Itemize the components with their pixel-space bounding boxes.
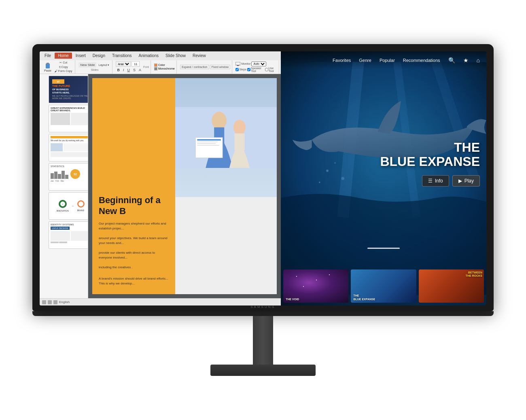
nav-favorites[interactable]: Favorites bbox=[333, 58, 351, 63]
slide-6-thumb[interactable]: IDENTITY SYSTEMS UX/UI DESIGN bbox=[49, 221, 88, 249]
slide-5-thumb[interactable]: + INNOVATION + BRAND bbox=[49, 192, 88, 220]
nav-genre[interactable]: Genre bbox=[359, 58, 371, 63]
svg-point-20 bbox=[341, 177, 345, 180]
copy-button[interactable]: ⎘ Copy bbox=[53, 65, 74, 69]
slide-1-container: 1 M7 THE FUTURE OF BUSINESS STARTS HERE.… bbox=[41, 76, 86, 103]
monitor-frame: File Home Insert Design Transitions Anim… bbox=[32, 44, 494, 311]
main-slide-title: Beginning of a New B bbox=[99, 195, 169, 216]
monitor-group: Monitor Auto Steps Speaker Tool Use Tool bbox=[234, 60, 279, 74]
nav-recommendations[interactable]: Recommendations bbox=[403, 58, 440, 63]
bold-button[interactable]: B bbox=[116, 68, 121, 72]
monitor-neck bbox=[253, 316, 273, 365]
info-button[interactable]: ☰ Info bbox=[422, 175, 449, 187]
slide-3-container: 3 We work for you by working with you. bbox=[41, 134, 86, 161]
italic-button[interactable]: I bbox=[122, 68, 125, 72]
tab-insert[interactable]: Insert bbox=[72, 53, 89, 59]
svg-rect-16 bbox=[53, 300, 57, 304]
home-icon[interactable]: ⌂ bbox=[477, 57, 480, 64]
play-triangle-icon: ▶ bbox=[458, 178, 462, 184]
star-icon[interactable]: ★ bbox=[463, 57, 469, 64]
speaker-check[interactable] bbox=[247, 68, 250, 71]
slide-3-thumb[interactable]: We work for you by working with you. bbox=[49, 134, 88, 161]
thumb-void[interactable]: THE VOID bbox=[283, 269, 348, 303]
monitor-stand bbox=[210, 365, 316, 376]
svg-rect-10 bbox=[197, 139, 221, 140]
paste-button[interactable]: Paste bbox=[43, 62, 53, 72]
main-slide: Beginning of a New B Our project manager… bbox=[92, 78, 277, 294]
slide-panel: 1 M7 THE FUTURE OF BUSINESS STARTS HERE.… bbox=[40, 74, 88, 298]
status-icon2 bbox=[48, 300, 52, 304]
slide-2-thumb[interactable]: GREAT EXPERIENCES BUILD GREAT BRANDS. bbox=[49, 105, 88, 132]
tab-review[interactable]: Review bbox=[189, 53, 209, 59]
powerpoint-panel: File Home Insert Design Transitions Anim… bbox=[40, 51, 281, 305]
new-slide-button[interactable]: New Slide bbox=[78, 62, 96, 68]
svg-rect-11 bbox=[197, 142, 218, 142]
strikethrough-button[interactable]: S bbox=[132, 68, 137, 72]
monitor-bottom-bar bbox=[32, 311, 494, 316]
svg-rect-1 bbox=[47, 63, 49, 64]
svg-point-5 bbox=[212, 112, 227, 129]
people-image bbox=[175, 78, 277, 197]
samsung-brand-label: SAMSUNG bbox=[250, 302, 275, 310]
slide-1-thumb[interactable]: M7 THE FUTURE OF BUSINESS STARTS HERE. W… bbox=[49, 76, 88, 103]
void-label: THE VOID bbox=[286, 298, 299, 301]
expand-group: Expand / contraction Fixed window bbox=[178, 60, 232, 74]
svg-point-7 bbox=[233, 120, 246, 135]
svg-rect-14 bbox=[42, 300, 46, 304]
thumbnails-row: THE VOID THEBLUE EXPANSE BETWEENTHE ROCK… bbox=[281, 267, 486, 305]
usetool-check[interactable] bbox=[265, 68, 268, 71]
main-slide-body4: including the creatives . bbox=[99, 265, 169, 270]
font-size-input[interactable] bbox=[132, 61, 140, 67]
language-indicator: English bbox=[59, 300, 70, 304]
cut-button[interactable]: ✂ Cut bbox=[53, 61, 74, 65]
svg-point-19 bbox=[334, 162, 336, 164]
svg-point-18 bbox=[326, 170, 329, 172]
svg-rect-13 bbox=[197, 145, 219, 146]
screen-content: File Home Insert Design Transitions Anim… bbox=[40, 51, 486, 305]
svg-point-21 bbox=[319, 182, 320, 183]
format-copy-button[interactable]: 🖌 Form Copy bbox=[53, 69, 74, 73]
brand-circle bbox=[77, 200, 85, 208]
search-icon[interactable]: 🔍 bbox=[448, 57, 455, 64]
rocks-label: BETWEENTHE ROCKS bbox=[466, 271, 482, 278]
font-select[interactable]: Arial bbox=[116, 61, 131, 67]
toolbar: File Home Insert Design Transitions Anim… bbox=[40, 51, 281, 74]
featured-title: THE BLUE EXPANSE bbox=[380, 140, 480, 169]
monitor-select[interactable]: Auto bbox=[251, 62, 266, 66]
text-shadow-button[interactable]: A bbox=[138, 68, 142, 72]
tab-slideshow[interactable]: Slide Show bbox=[162, 53, 189, 59]
main-slide-area: Beginning of a New B Our project manager… bbox=[88, 74, 281, 298]
status-icon3 bbox=[53, 300, 57, 304]
thumb-expanse[interactable]: THEBLUE EXPANSE bbox=[351, 269, 416, 303]
svg-rect-3 bbox=[237, 65, 239, 66]
tab-animations[interactable]: Animations bbox=[136, 53, 162, 59]
ppt-status-bar: English bbox=[40, 298, 281, 305]
tab-design[interactable]: Design bbox=[89, 53, 108, 59]
nav-popular[interactable]: Popular bbox=[380, 58, 395, 63]
play-button[interactable]: ▶ Play bbox=[452, 175, 480, 187]
main-slide-body5: A brand's mission should drive all brand… bbox=[99, 276, 169, 286]
streaming-title-area: THE BLUE EXPANSE ☰ Info ▶ Play bbox=[380, 140, 480, 187]
steps-check[interactable] bbox=[235, 68, 239, 71]
main-slide-body3: provide our clients with direct access t… bbox=[99, 250, 169, 260]
toolbar-controls: Paste ✂ Cut ⎘ Copy 🖌 Form Copy bbox=[40, 60, 281, 74]
slide-4-thumb[interactable]: STATISTICS 52 bbox=[49, 163, 88, 191]
expand-button[interactable]: Expand / contraction bbox=[180, 65, 209, 69]
streaming-buttons: ☰ Info ▶ Play bbox=[380, 175, 480, 187]
tab-file[interactable]: File bbox=[41, 53, 54, 59]
layout-button[interactable]: Layout ▾ bbox=[97, 62, 110, 68]
tab-transitions[interactable]: Transitions bbox=[109, 53, 135, 59]
fixed-button[interactable]: Fixed window bbox=[210, 65, 230, 69]
slide-5-container: 5 + INNOVATION + bbox=[41, 192, 86, 220]
star-dot bbox=[303, 286, 304, 287]
svg-rect-12 bbox=[197, 143, 216, 144]
clipboard-group: Paste ✂ Cut ⎘ Copy 🖌 Form Copy bbox=[41, 60, 75, 74]
streaming-panel: Favorites Genre Popular Recommendations … bbox=[281, 51, 486, 305]
menu-lines-icon: ☰ bbox=[428, 178, 433, 184]
main-slide-right bbox=[175, 78, 277, 294]
underline-button[interactable]: U bbox=[126, 68, 131, 72]
thumb-rocks[interactable]: BETWEENTHE ROCKS bbox=[419, 269, 484, 303]
main-slide-left: Beginning of a New B Our project manager… bbox=[92, 78, 175, 294]
monitor-wrapper: File Home Insert Design Transitions Anim… bbox=[32, 44, 494, 376]
tab-home[interactable]: Home bbox=[55, 53, 72, 59]
